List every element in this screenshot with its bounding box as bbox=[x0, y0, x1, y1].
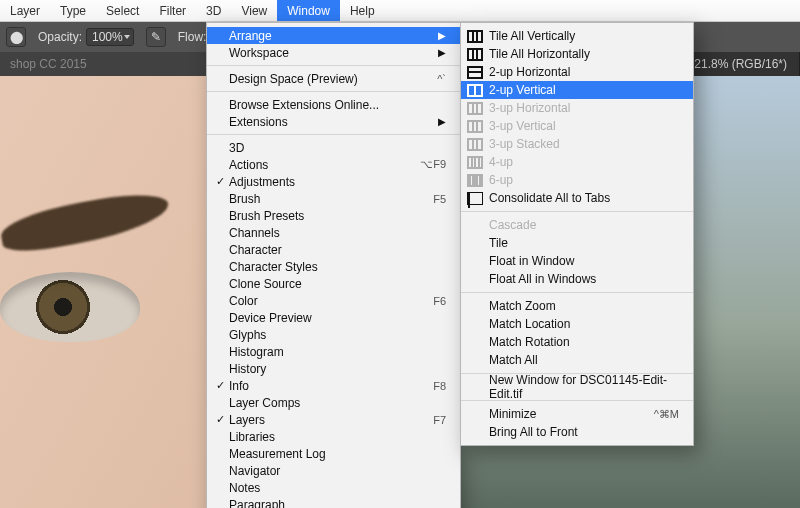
app-title-fragment: shop CC 2015 bbox=[0, 57, 97, 71]
submenu-arrow-icon: ▶ bbox=[430, 47, 446, 58]
menubar-item-type[interactable]: Type bbox=[50, 0, 96, 21]
pressure-opacity-icon[interactable]: ✎ bbox=[146, 27, 166, 47]
submenu-item-label: Float in Window bbox=[489, 254, 679, 268]
menu-item-clone-source[interactable]: Clone Source bbox=[207, 275, 460, 292]
menu-shortcut: F8 bbox=[433, 380, 446, 392]
menubar-item-window[interactable]: Window bbox=[277, 0, 340, 21]
menu-item-design-space-preview-[interactable]: Design Space (Preview)^` bbox=[207, 70, 460, 87]
submenu-item-bring-all-to-front[interactable]: Bring All to Front bbox=[461, 423, 693, 441]
submenu-item-tile[interactable]: Tile bbox=[461, 234, 693, 252]
submenu-item-float-all-in-windows[interactable]: Float All in Windows bbox=[461, 270, 693, 288]
submenu-item-2-up-horizontal[interactable]: 2-up Horizontal bbox=[461, 63, 693, 81]
menu-item-libraries[interactable]: Libraries bbox=[207, 428, 460, 445]
menu-item-device-preview[interactable]: Device Preview bbox=[207, 309, 460, 326]
menu-item-layer-comps[interactable]: Layer Comps bbox=[207, 394, 460, 411]
layout-icon bbox=[467, 120, 483, 133]
menu-item-label: Paragraph bbox=[227, 498, 446, 509]
layout-icon bbox=[467, 192, 483, 205]
menu-item-channels[interactable]: Channels bbox=[207, 224, 460, 241]
menu-item-adjustments[interactable]: ✓Adjustments bbox=[207, 173, 460, 190]
menu-item-navigator[interactable]: Navigator bbox=[207, 462, 460, 479]
submenu-item-float-in-window[interactable]: Float in Window bbox=[461, 252, 693, 270]
submenu-item-label: 2-up Vertical bbox=[489, 83, 679, 97]
menubar-item-filter[interactable]: Filter bbox=[149, 0, 196, 21]
menu-shortcut: ^⌘M bbox=[654, 408, 679, 421]
submenu-item-label: Tile bbox=[489, 236, 679, 250]
menu-item-label: Layer Comps bbox=[227, 396, 446, 410]
submenu-item-label: 2-up Horizontal bbox=[489, 65, 679, 79]
menu-item-history[interactable]: History bbox=[207, 360, 460, 377]
brush-preset-picker[interactable]: ⬤ bbox=[6, 27, 26, 47]
layout-icon bbox=[467, 156, 483, 169]
menu-item-label: Histogram bbox=[227, 345, 446, 359]
menu-item-brush-presets[interactable]: Brush Presets bbox=[207, 207, 460, 224]
menubar-item-help[interactable]: Help bbox=[340, 0, 385, 21]
menu-item-measurement-log[interactable]: Measurement Log bbox=[207, 445, 460, 462]
menu-item-label: Libraries bbox=[227, 430, 446, 444]
menu-separator bbox=[207, 91, 460, 92]
submenu-item-match-all[interactable]: Match All bbox=[461, 351, 693, 369]
submenu-item-match-rotation[interactable]: Match Rotation bbox=[461, 333, 693, 351]
menu-item-label: Brush bbox=[227, 192, 433, 206]
menu-item-label: Actions bbox=[227, 158, 420, 172]
menu-item-paragraph[interactable]: Paragraph bbox=[207, 496, 460, 508]
submenu-item-label: Consolidate All to Tabs bbox=[489, 191, 679, 205]
image-content bbox=[0, 272, 140, 342]
menubar-item-3d[interactable]: 3D bbox=[196, 0, 231, 21]
layout-icon bbox=[467, 66, 483, 79]
submenu-item-3-up-vertical: 3-up Vertical bbox=[461, 117, 693, 135]
menubar-item-view[interactable]: View bbox=[231, 0, 277, 21]
menu-item-character[interactable]: Character bbox=[207, 241, 460, 258]
menu-item-character-styles[interactable]: Character Styles bbox=[207, 258, 460, 275]
menu-item-arrange[interactable]: Arrange▶ bbox=[207, 27, 460, 44]
menu-item-histogram[interactable]: Histogram bbox=[207, 343, 460, 360]
window-menu-dropdown: Arrange▶Workspace▶Design Space (Preview)… bbox=[206, 22, 461, 508]
menu-item-browse-extensions-online-[interactable]: Browse Extensions Online... bbox=[207, 96, 460, 113]
menu-item-color[interactable]: ColorF6 bbox=[207, 292, 460, 309]
menubar-item-select[interactable]: Select bbox=[96, 0, 149, 21]
menu-item-3d[interactable]: 3D bbox=[207, 139, 460, 156]
menu-item-layers[interactable]: ✓LayersF7 bbox=[207, 411, 460, 428]
menu-item-label: Channels bbox=[227, 226, 446, 240]
menu-item-brush[interactable]: BrushF5 bbox=[207, 190, 460, 207]
menu-item-actions[interactable]: Actions⌥F9 bbox=[207, 156, 460, 173]
layout-icon bbox=[467, 30, 483, 43]
menu-item-label: Layers bbox=[227, 413, 433, 427]
submenu-item-minimize[interactable]: Minimize^⌘M bbox=[461, 405, 693, 423]
menu-shortcut: F5 bbox=[433, 193, 446, 205]
submenu-item-new-window-for-dsc01145-edit-edit-tif[interactable]: New Window for DSC01145-Edit-Edit.tif bbox=[461, 378, 693, 396]
submenu-item-2-up-vertical[interactable]: 2-up Vertical bbox=[461, 81, 693, 99]
layout-icon bbox=[467, 84, 483, 97]
menu-item-info[interactable]: ✓InfoF8 bbox=[207, 377, 460, 394]
layout-icon bbox=[467, 102, 483, 115]
opacity-value[interactable]: 100% bbox=[86, 28, 134, 46]
submenu-item-tile-all-vertically[interactable]: Tile All Vertically bbox=[461, 27, 693, 45]
menu-item-glyphs[interactable]: Glyphs bbox=[207, 326, 460, 343]
submenu-item-match-zoom[interactable]: Match Zoom bbox=[461, 297, 693, 315]
menu-shortcut: ⌥F9 bbox=[420, 158, 446, 171]
image-content bbox=[0, 188, 172, 257]
check-icon: ✓ bbox=[213, 413, 227, 426]
submenu-item-3-up-horizontal: 3-up Horizontal bbox=[461, 99, 693, 117]
submenu-item-label: Bring All to Front bbox=[489, 425, 679, 439]
menu-item-label: Notes bbox=[227, 481, 446, 495]
menu-item-notes[interactable]: Notes bbox=[207, 479, 460, 496]
menu-item-label: Workspace bbox=[227, 46, 430, 60]
menubar-item-layer[interactable]: Layer bbox=[0, 0, 50, 21]
menu-item-label: Arrange bbox=[227, 29, 430, 43]
menu-separator bbox=[207, 65, 460, 66]
check-icon: ✓ bbox=[213, 175, 227, 188]
menu-item-label: Character Styles bbox=[227, 260, 446, 274]
layout-icon bbox=[467, 48, 483, 61]
menu-shortcut: F6 bbox=[433, 295, 446, 307]
submenu-item-label: Tile All Vertically bbox=[489, 29, 679, 43]
submenu-item-4-up: 4-up bbox=[461, 153, 693, 171]
submenu-item-label: 6-up bbox=[489, 173, 679, 187]
submenu-item-tile-all-horizontally[interactable]: Tile All Horizontally bbox=[461, 45, 693, 63]
menu-item-workspace[interactable]: Workspace▶ bbox=[207, 44, 460, 61]
menu-item-extensions[interactable]: Extensions▶ bbox=[207, 113, 460, 130]
menu-item-label: Extensions bbox=[227, 115, 430, 129]
submenu-item-match-location[interactable]: Match Location bbox=[461, 315, 693, 333]
submenu-item-consolidate-all-to-tabs[interactable]: Consolidate All to Tabs bbox=[461, 189, 693, 207]
menu-item-label: Device Preview bbox=[227, 311, 446, 325]
